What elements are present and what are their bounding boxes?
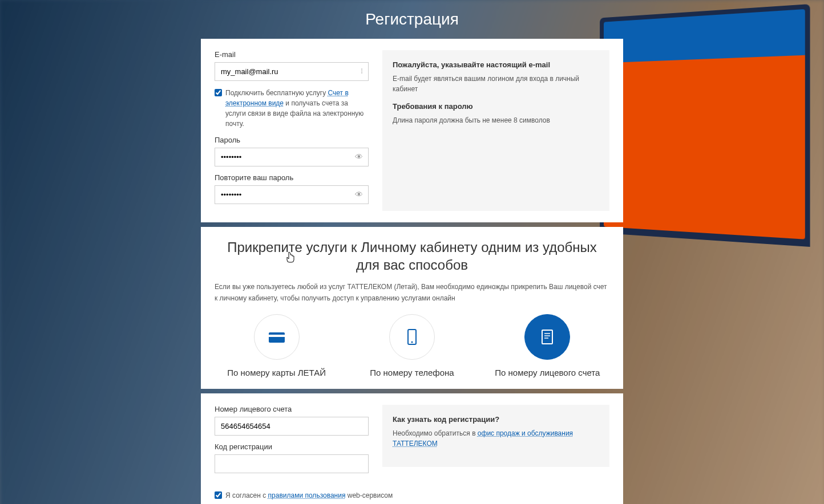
- card-icon: [254, 314, 300, 360]
- confirm-label: Повторите ваш пароль: [215, 173, 369, 182]
- code-hint-title: Как узнать код регистрации?: [393, 415, 599, 424]
- attach-subtitle: Если вы уже пользуетесь любой из услуг Т…: [215, 282, 609, 303]
- hint-pw-text: Длина пароля должна быть не менее 8 симв…: [393, 115, 599, 125]
- attach-title: Прикрепите услуги к Личному кабинету одн…: [215, 238, 609, 274]
- reg-code-input[interactable]: [215, 454, 369, 473]
- option-phone[interactable]: По номеру телефона: [350, 314, 474, 377]
- eye-icon[interactable]: 👁: [355, 190, 363, 199]
- code-hint-text: Необходимо обратиться в офис продаж и об…: [393, 428, 599, 449]
- code-hint-box: Как узнать код регистрации? Необходимо о…: [382, 405, 609, 467]
- option-card[interactable]: По номеру карты ЛЕТАЙ: [215, 314, 338, 377]
- page-title: Регистрация: [0, 0, 824, 39]
- eye-icon[interactable]: 👁: [355, 152, 363, 161]
- password-input[interactable]: [215, 148, 369, 166]
- attach-panel: Прикрепите услуги к Личному кабинету одн…: [201, 227, 623, 389]
- option-account-label: По номеру лицевого счета: [486, 368, 609, 377]
- hints-box: Пожалуйста, указывайте настоящий e-mail …: [382, 50, 609, 211]
- confirm-input[interactable]: [215, 185, 369, 204]
- option-card-label: По номеру карты ЛЕТАЙ: [215, 368, 338, 377]
- agree-rules-checkbox[interactable]: [215, 491, 222, 499]
- phone-icon: [389, 314, 435, 360]
- email-input[interactable]: [215, 62, 369, 81]
- svg-rect-1: [269, 335, 285, 337]
- key-icon: ⁝: [361, 67, 363, 75]
- connect-checkbox[interactable]: [215, 89, 222, 96]
- connect-label: Подключить бесплатную услугу Счет в элек…: [225, 88, 369, 129]
- account-number-label: Номер лицевого счета: [215, 405, 369, 413]
- agree-rules-label: Я согласен с правилами пользования web-с…: [225, 490, 393, 501]
- hint-email-title: Пожалуйста, указывайте настоящий e-mail: [393, 60, 599, 69]
- document-icon: [524, 314, 570, 360]
- option-account[interactable]: По номеру лицевого счета: [486, 314, 609, 377]
- hint-pw-title: Требования к паролю: [393, 102, 599, 111]
- account-panel: Номер лицевого счета Код регистрации Как…: [201, 393, 623, 504]
- account-number-input[interactable]: [215, 417, 369, 436]
- rules-link[interactable]: правилами пользования: [268, 491, 346, 499]
- credentials-panel: E-mail ⁝ Подключить бесплатную услугу Сч…: [201, 39, 623, 222]
- password-label: Пароль: [215, 136, 369, 144]
- email-label: E-mail: [215, 50, 369, 59]
- option-phone-label: По номеру телефона: [350, 368, 474, 377]
- hint-email-text: E-mail будет являться вашим логином для …: [393, 74, 599, 94]
- reg-code-label: Код регистрации: [215, 442, 369, 451]
- svg-point-3: [411, 341, 413, 343]
- svg-rect-0: [269, 332, 285, 343]
- svg-rect-4: [542, 330, 552, 344]
